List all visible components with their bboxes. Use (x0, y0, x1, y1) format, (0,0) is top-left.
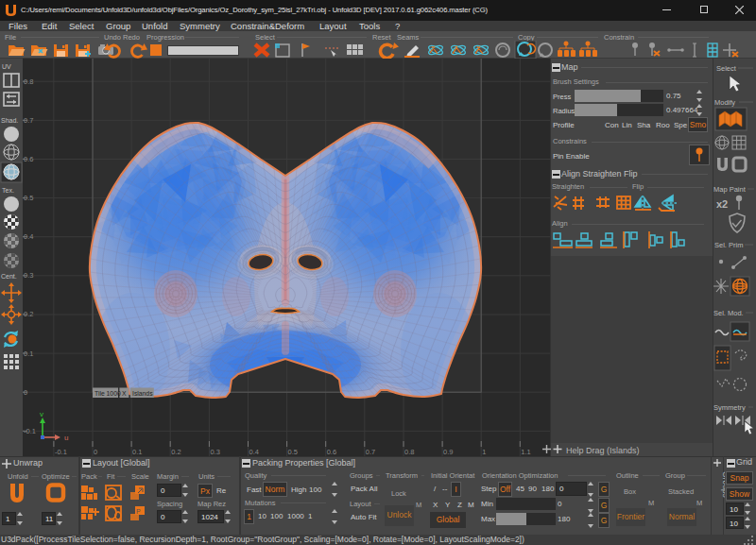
svg-text:Map Paint: Map Paint (713, 185, 747, 194)
svg-text:Select: Select (716, 64, 737, 73)
svg-text:Symmetry: Symmetry (713, 403, 746, 412)
svg-text:0.2: 0.2 (171, 448, 180, 456)
svg-text:u: u (64, 434, 68, 442)
svg-text:Modify: Modify (714, 98, 735, 107)
svg-text:UV: UV (2, 63, 11, 70)
svg-text:-0.1: -0.1 (55, 448, 67, 456)
svg-text:0.4: 0.4 (249, 448, 259, 456)
svg-text:0.8: 0.8 (404, 448, 414, 456)
svg-text:Sel. Mod.: Sel. Mod. (713, 309, 744, 317)
svg-text:0.6: 0.6 (327, 448, 336, 456)
svg-text:Islands: Islands (132, 390, 153, 397)
svg-text:Tex.: Tex. (2, 187, 14, 194)
svg-text:0.9: 0.9 (443, 448, 453, 456)
svg-text:0.3: 0.3 (210, 448, 219, 456)
svg-text:P: P (136, 508, 141, 515)
svg-text:X: X (122, 390, 127, 397)
svg-text:0: 0 (94, 448, 97, 456)
svg-text:Help Drag (Islands): Help Drag (Islands) (566, 446, 640, 455)
svg-text:0.1: 0.1 (132, 448, 142, 456)
svg-text:1: 1 (482, 448, 486, 456)
svg-text:Groups: Groups (721, 471, 726, 498)
svg-text:0.7: 0.7 (366, 448, 375, 456)
svg-text:x2: x2 (716, 198, 728, 210)
svg-text:Tile 1000: Tile 1000 (94, 390, 121, 397)
svg-text:0.5: 0.5 (288, 448, 298, 456)
svg-text:Cent.: Cent. (1, 273, 17, 280)
svg-text:1.1: 1.1 (521, 448, 530, 456)
svg-text:Shad.: Shad. (1, 117, 18, 124)
svg-text:v: v (40, 410, 43, 418)
svg-text:Sel. Prim: Sel. Prim (714, 241, 743, 249)
